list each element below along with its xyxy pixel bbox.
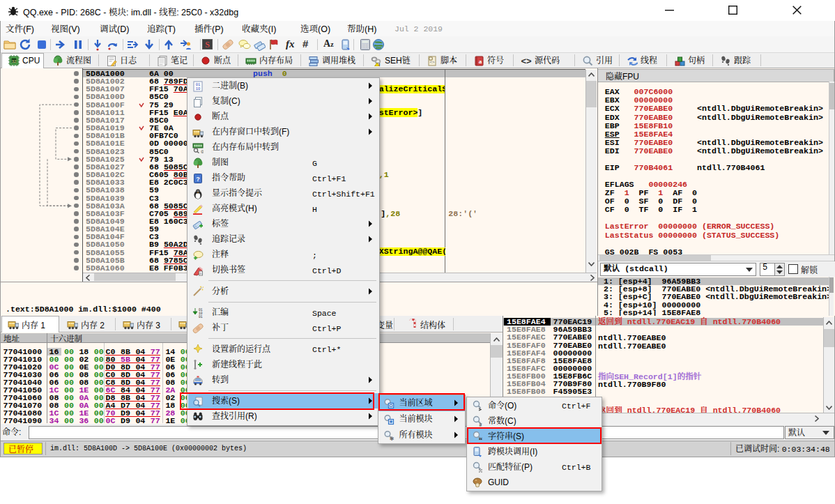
svg-text:#: #	[480, 421, 482, 427]
svg-text:@: @	[201, 148, 204, 153]
svg-text:10: 10	[196, 86, 201, 91]
svg-text:<>: <>	[429, 59, 435, 65]
svg-text:01: 01	[199, 315, 203, 319]
svg-text:?: ?	[196, 174, 200, 183]
svg-text:a: a	[479, 58, 482, 65]
svg-text:<>: <>	[521, 56, 532, 66]
svg-text:✱: ✱	[389, 434, 394, 441]
svg-text:32: 32	[12, 59, 17, 63]
svg-text:✱: ✱	[389, 418, 392, 425]
svg-text:S: S	[205, 40, 210, 49]
svg-text:n: n	[200, 270, 202, 275]
svg-text:!: !	[379, 61, 381, 66]
